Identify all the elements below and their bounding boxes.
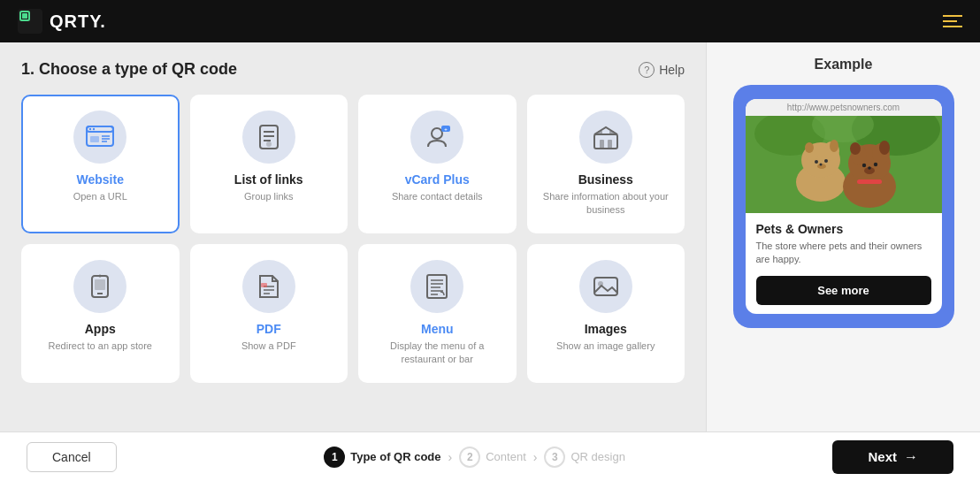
qr-card-menu[interactable]: Menu Display the menu of a restaurant or…	[358, 244, 517, 383]
svg-point-6	[93, 128, 95, 130]
example-title: Example	[815, 57, 873, 73]
apps-icon	[86, 272, 114, 301]
qr-card-vcard[interactable]: + vCard Plus Share contact details	[358, 95, 517, 233]
svg-text:+: +	[444, 126, 448, 132]
main-area: 1. Choose a type of QR code ? Help	[0, 42, 980, 431]
svg-point-51	[824, 159, 828, 163]
svg-rect-0	[18, 9, 42, 34]
svg-rect-25	[95, 279, 105, 290]
images-icon-wrap	[579, 260, 632, 313]
vcard-icon: +	[422, 122, 452, 152]
svg-point-5	[89, 128, 91, 130]
svg-point-50	[815, 160, 818, 164]
help-label: Help	[659, 63, 685, 77]
svg-point-58	[850, 142, 861, 155]
step-2-circle: 2	[459, 447, 480, 468]
phone-image	[746, 116, 942, 213]
qr-card-website[interactable]: Website Open a URL	[21, 95, 180, 233]
images-card-title: Images	[585, 322, 627, 336]
phone-content: Pets & Owners The store where pets and t…	[746, 213, 942, 314]
svg-rect-64	[857, 179, 882, 184]
right-panel: Example http://www.petsnowners.com	[706, 42, 980, 431]
qr-card-list-of-links[interactable]: List of links Group links	[190, 95, 348, 233]
step-arrow-2: ›	[533, 450, 538, 464]
svg-point-27	[99, 274, 102, 277]
phone-brand: Pets & Owners	[756, 222, 931, 236]
svg-point-63	[868, 166, 871, 170]
svg-point-49	[830, 140, 838, 152]
list-card-desc: Group links	[244, 190, 294, 203]
svg-rect-19	[594, 134, 617, 149]
svg-point-53	[819, 164, 822, 166]
step-1-circle: 1	[324, 447, 345, 468]
logo-text: QRTY.	[50, 11, 106, 32]
phone-url-bar: http://www.petsnowners.com	[746, 99, 942, 116]
dogs-illustration	[746, 116, 942, 213]
menu-card-desc: Display the menu of a restaurant or bar	[371, 340, 504, 367]
qr-card-business[interactable]: Business Share information about your bu…	[527, 95, 685, 233]
svg-rect-22	[598, 131, 602, 134]
images-card-desc: Show an image gallery	[556, 340, 655, 353]
phone-inner: http://www.petsnowners.com	[746, 99, 942, 314]
svg-point-60	[861, 164, 865, 167]
vcard-card-title: vCard Plus	[405, 172, 470, 187]
qr-card-images[interactable]: Images Show an image gallery	[527, 244, 685, 383]
step-3-circle: 3	[544, 447, 565, 468]
header: QRTY.	[0, 0, 980, 42]
apps-card-desc: Redirect to an app store	[49, 340, 152, 353]
step-1: 1 Type of QR code	[324, 447, 440, 468]
vcard-card-desc: Share contact details	[392, 190, 483, 203]
step-2: 2 Content	[459, 447, 526, 468]
qr-card-pdf[interactable]: PDF Show a PDF	[190, 244, 348, 383]
website-card-title: Website	[77, 172, 124, 187]
pdf-icon	[255, 272, 283, 301]
qr-type-grid: Website Open a URL List of links Group l…	[21, 95, 685, 383]
logo: QRTY.	[18, 9, 106, 34]
left-panel: 1. Choose a type of QR code ? Help	[0, 42, 706, 431]
step-1-label: Type of QR code	[350, 450, 440, 463]
step-3-label: QR design	[570, 450, 624, 463]
pdf-icon-wrap	[242, 260, 295, 313]
phone-desc: The store where pets and their owners ar…	[756, 240, 931, 267]
svg-rect-23	[609, 131, 614, 134]
svg-point-16	[432, 128, 442, 139]
business-card-title: Business	[578, 172, 633, 187]
cancel-button[interactable]: Cancel	[27, 442, 117, 472]
next-label: Next	[868, 449, 897, 464]
next-arrow-icon: →	[904, 449, 918, 465]
panel-header: 1. Choose a type of QR code ? Help	[21, 60, 685, 79]
apps-card-title: Apps	[85, 322, 116, 336]
qr-card-apps[interactable]: Apps Redirect to an app store	[21, 244, 180, 383]
help-icon: ?	[639, 62, 655, 78]
svg-point-59	[879, 141, 890, 155]
business-icon-wrap	[579, 111, 632, 164]
panel-title: 1. Choose a type of QR code	[21, 60, 237, 79]
step-2-label: Content	[486, 450, 526, 463]
list-card-title: List of links	[234, 172, 303, 187]
see-more-button[interactable]: See more	[756, 276, 931, 305]
help-button[interactable]: ? Help	[639, 62, 685, 78]
business-icon	[591, 122, 621, 152]
phone-mockup: http://www.petsnowners.com	[733, 85, 954, 328]
website-icon-wrap	[73, 111, 126, 164]
step-3: 3 QR design	[544, 447, 624, 468]
pdf-card-desc: Show a PDF	[241, 340, 296, 353]
svg-rect-38	[594, 278, 617, 295]
svg-rect-31	[261, 283, 267, 287]
svg-point-61	[873, 163, 877, 166]
list-icon	[255, 123, 283, 151]
steps-indicator: 1 Type of QR code › 2 Content › 3 QR des…	[324, 447, 625, 468]
menu-card-title: Menu	[421, 322, 454, 336]
images-icon	[591, 271, 621, 302]
svg-rect-7	[90, 136, 99, 142]
website-card-desc: Open a URL	[73, 190, 127, 203]
footer: Cancel 1 Type of QR code › 2 Content › 3…	[0, 431, 980, 481]
next-button[interactable]: Next →	[832, 440, 953, 474]
website-icon	[85, 122, 115, 152]
svg-point-15	[266, 141, 272, 147]
svg-rect-20	[600, 140, 604, 149]
hamburger-menu-icon[interactable]	[943, 15, 962, 27]
vcard-icon-wrap: +	[410, 111, 463, 164]
svg-rect-21	[608, 140, 612, 149]
menu-icon	[423, 272, 451, 301]
